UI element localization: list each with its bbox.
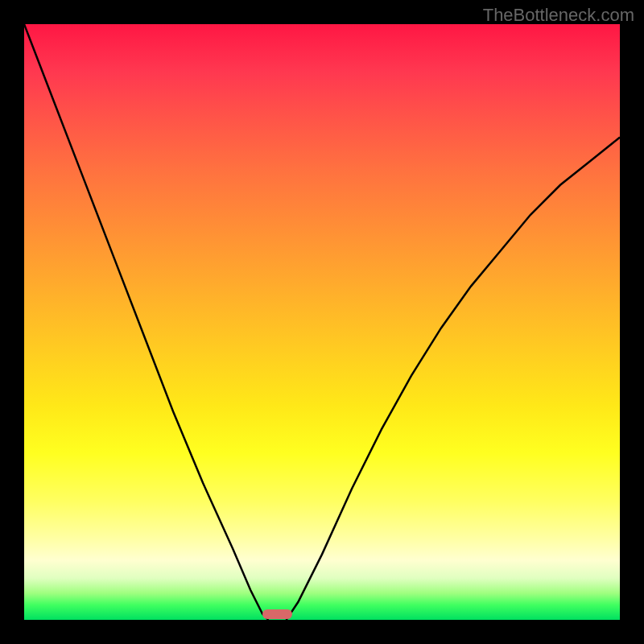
minimum-marker [262, 609, 292, 619]
curves-svg [24, 24, 620, 620]
left-curve-line [24, 24, 268, 620]
right-curve-line [287, 138, 620, 620]
watermark-text: TheBottleneck.com [483, 5, 634, 26]
chart-area [24, 24, 620, 620]
